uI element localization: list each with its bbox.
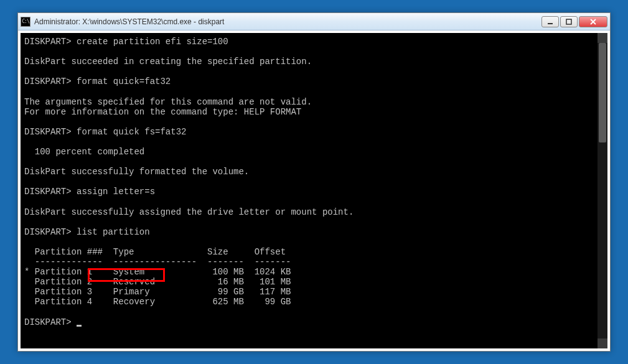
scroll-down-button[interactable] [598,338,607,348]
close-icon [590,19,596,25]
window-title: Administrator: X:\windows\SYSTEM32\cmd.e… [34,17,541,26]
output-line: DiskPart successfully formatted the volu… [24,167,249,177]
cursor [77,325,82,327]
minimize-button[interactable] [541,16,559,27]
prompt: DISKPART> [24,127,72,137]
table-row: Partition 3 Primary 99 GB 117 MB [24,287,291,297]
scrollbar[interactable] [598,33,607,348]
maximize-button[interactable] [560,16,578,27]
titlebar[interactable]: C:\ Administrator: X:\windows\SYSTEM32\c… [18,13,610,30]
prompt: DISKPART> [24,37,72,47]
svg-rect-0 [548,23,553,24]
output-line: DiskPart succeeded in creating the speci… [24,57,312,67]
svg-rect-1 [566,19,571,24]
table-header: Partition ### Type Size Offset [24,247,286,257]
scroll-thumb[interactable] [599,43,606,142]
window-controls [541,16,607,27]
cmd-window: C:\ Administrator: X:\windows\SYSTEM32\c… [17,12,611,352]
table-row: Partition 4 Recovery 625 MB 99 GB [24,297,291,307]
cmd-icon: C:\ [21,17,30,27]
cmd-highlighted: list partition [77,227,150,237]
prompt: DISKPART> [24,317,72,327]
table-divider: ------------- ---------------- ------- -… [24,257,291,267]
prompt: DISKPART> [24,77,72,86]
close-button[interactable] [579,16,607,27]
maximize-icon [566,19,572,25]
cmd-text: format quick=fat32 [77,77,171,86]
cmd-text: create partition efi size=100 [77,37,228,47]
prompt: DISKPART> [24,227,72,237]
output-line: DiskPart successfully assigned the drive… [24,207,354,217]
table-row: Partition 2 Reserved 16 MB 101 MB [24,277,291,287]
terminal-area: DISKPART> create partition efi size=100 … [21,33,607,348]
terminal[interactable]: DISKPART> create partition efi size=100 … [21,33,598,348]
minimize-icon [547,19,553,25]
scroll-up-button[interactable] [598,33,607,43]
output-line: The arguments specified for this command… [24,97,312,107]
cmd-text: assign letter=s [77,187,155,197]
cmd-text: format quick fs=fat32 [77,127,186,137]
prompt: DISKPART> [24,187,72,197]
table-row: * Partition 1 System 100 MB 1024 KB [24,267,291,277]
output-line: 100 percent completed [24,147,144,157]
scroll-track[interactable] [598,43,607,338]
output-line: For more information on the command type… [24,107,301,117]
